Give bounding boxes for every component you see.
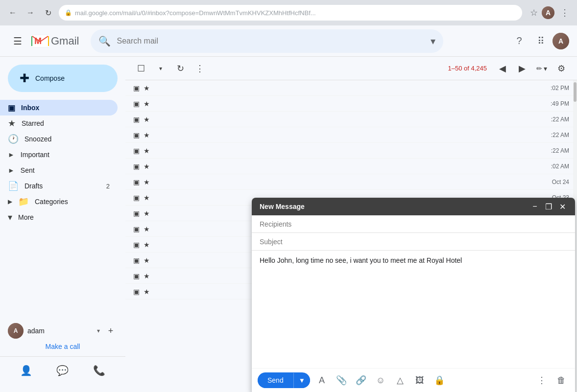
address-bar[interactable]: 🔒 mail.google.com/mail/u/0/#inbox?compos… xyxy=(59,5,522,21)
compose-body-text: Hello John, long time no see, i want you… xyxy=(260,256,462,264)
user-avatar[interactable]: A xyxy=(553,33,569,49)
search-icon: 🔍 xyxy=(98,35,111,47)
email-time: :22 AM xyxy=(551,116,569,123)
svg-rect-3 xyxy=(48,36,49,46)
compose-body[interactable]: Hello John, long time no see, i want you… xyxy=(252,251,575,368)
attach-button[interactable]: 📎 xyxy=(334,372,349,388)
compose-recipients-field[interactable] xyxy=(252,215,575,233)
compose-button[interactable]: ✚ Compose xyxy=(8,65,118,92)
compose-subject-input[interactable] xyxy=(260,238,567,246)
compose-minimize-button[interactable]: − xyxy=(530,202,540,211)
refresh-button[interactable]: ↻ xyxy=(172,61,188,76)
more-options-button[interactable]: ⋮ xyxy=(534,372,550,388)
email-time: :22 AM xyxy=(551,132,569,138)
table-row[interactable]: ▣ ★ Oct 24 xyxy=(125,174,577,190)
emoji-button[interactable]: ☺ xyxy=(373,372,388,388)
drafts-label: Drafts xyxy=(24,182,100,190)
svg-rect-2 xyxy=(31,36,32,46)
next-page-button[interactable]: ▶ xyxy=(514,61,530,76)
categories-label: Categories xyxy=(35,198,110,206)
table-row[interactable]: ▣ ★ :49 PM xyxy=(125,96,577,112)
delete-draft-button[interactable]: 🗑 xyxy=(553,372,569,388)
table-row[interactable]: ▣ ★ :02 AM xyxy=(125,159,577,174)
prev-page-button[interactable]: ◀ xyxy=(495,61,510,76)
url-text: mail.google.com/mail/u/0/#inbox?compose=… xyxy=(75,9,316,17)
sidebar-item-drafts[interactable]: 📄 Drafts 2 xyxy=(0,178,118,194)
more-actions-button[interactable]: ⋮ xyxy=(192,61,208,76)
help-button[interactable]: ? xyxy=(509,31,529,51)
categories-expand-icon: ▶ xyxy=(8,198,12,205)
settings-button[interactable]: ⚙ xyxy=(553,61,569,76)
sidebar-item-snoozed[interactable]: 🕐 Snoozed xyxy=(0,131,118,147)
meet-user-avatar: A xyxy=(8,323,24,339)
sidebar-item-categories[interactable]: ▶ 📁 Categories xyxy=(0,194,118,209)
apps-button[interactable]: ⠿ xyxy=(531,31,551,51)
important-label: Important xyxy=(21,151,110,159)
table-row[interactable]: ▣ ★ :02 PM xyxy=(125,80,577,96)
compose-label: Compose xyxy=(35,74,65,82)
pagination-text: 1–50 of 4,245 xyxy=(448,65,487,72)
chat-icon-button[interactable]: 💬 xyxy=(53,361,72,380)
meet-user: A adam ▾ + xyxy=(8,321,118,341)
browser-user-avatar[interactable]: A xyxy=(542,6,554,19)
sidebar-item-more[interactable]: ▾ More xyxy=(0,209,118,225)
photo-button[interactable]: 🖼 xyxy=(412,372,428,388)
search-dropdown-icon[interactable]: ▾ xyxy=(431,35,435,47)
reload-button[interactable]: ↻ xyxy=(41,6,55,20)
table-row[interactable]: ▣ ★ :22 AM xyxy=(125,112,577,127)
compose-subject-field[interactable] xyxy=(252,233,575,251)
compose-footer: Send ▼ A 📎 🔗 ☺ △ 🖼 🔒 ⋮ 🗑 xyxy=(252,368,575,392)
important-icon: ► xyxy=(8,151,15,159)
bookmark-icon[interactable]: ☆ xyxy=(530,7,538,18)
compose-plus-icon: ✚ xyxy=(20,71,29,85)
sidebar-item-starred[interactable]: ★ Starred xyxy=(0,115,118,131)
table-row[interactable]: ▣ ★ :22 AM xyxy=(125,143,577,159)
gmail-body: ✚ Compose ▣ Inbox ★ Starred 🕐 Snoozed ► … xyxy=(0,57,577,392)
phone-icon-button[interactable]: 📞 xyxy=(90,361,109,380)
compose-recipients-input[interactable] xyxy=(260,220,567,228)
categories-icon: 📁 xyxy=(18,196,29,207)
search-bar[interactable]: 🔍 ▾ xyxy=(91,29,443,53)
meet-dropdown-icon: ▾ xyxy=(97,327,100,334)
meet-section: A adam ▾ + Make a call xyxy=(0,317,125,356)
starred-icon: ★ xyxy=(8,118,16,129)
table-row[interactable]: ▣ ★ :22 AM xyxy=(125,127,577,143)
meet-user-name: adam xyxy=(27,327,93,335)
browser-chrome: ← → ↻ 🔒 mail.google.com/mail/u/0/#inbox?… xyxy=(0,0,577,25)
select-button[interactable]: ☐ xyxy=(133,61,149,76)
send-dropdown-button[interactable]: ▼ xyxy=(293,373,310,388)
starred-label: Starred xyxy=(22,119,110,127)
make-call-link[interactable]: Make a call xyxy=(8,341,118,352)
compose-title: New Message xyxy=(260,203,305,210)
meet-add-button[interactable]: + xyxy=(104,324,118,338)
email-time: :02 PM xyxy=(551,85,569,92)
gmail-logo: M Gmail xyxy=(31,32,79,50)
inbox-icon: ▣ xyxy=(8,103,15,113)
contacts-icon-button[interactable]: 👤 xyxy=(16,361,36,380)
compose-close-button[interactable]: ✕ xyxy=(557,202,567,211)
email-toolbar: ☐ ▾ ↻ ⋮ 1–50 of 4,245 ◀ ▶ ✏ ▾ ⚙ xyxy=(125,57,577,80)
hamburger-menu-button[interactable]: ☰ xyxy=(8,31,27,51)
more-chevron-icon: ▾ xyxy=(8,212,12,223)
compose-header[interactable]: New Message − ❐ ✕ xyxy=(252,198,575,215)
sidebar-item-sent[interactable]: ► Sent xyxy=(0,162,118,178)
compose-fullscreen-button[interactable]: ❐ xyxy=(544,202,553,211)
send-button[interactable]: Send xyxy=(258,372,293,388)
link-button[interactable]: 🔗 xyxy=(353,372,369,388)
email-time: :49 PM xyxy=(551,100,569,107)
scrollbar-thumb xyxy=(574,82,577,102)
forward-button[interactable]: → xyxy=(24,6,37,20)
sent-label: Sent xyxy=(21,166,110,174)
drive-button[interactable]: △ xyxy=(392,372,408,388)
browser-menu-icon[interactable]: ⋮ xyxy=(558,5,571,20)
edit-view-button[interactable]: ✏ ▾ xyxy=(534,61,550,76)
formatting-button[interactable]: A xyxy=(314,372,330,388)
email-time: :22 AM xyxy=(551,147,569,154)
email-list: ☐ ▾ ↻ ⋮ 1–50 of 4,245 ◀ ▶ ✏ ▾ ⚙ ▣ ★ :02 … xyxy=(125,57,577,392)
search-input[interactable] xyxy=(117,37,425,46)
back-button[interactable]: ← xyxy=(6,6,20,20)
sidebar-item-important[interactable]: ► Important xyxy=(0,147,118,162)
select-dropdown-button[interactable]: ▾ xyxy=(153,61,168,76)
lock-button[interactable]: 🔒 xyxy=(432,372,447,388)
sidebar-item-inbox[interactable]: ▣ Inbox xyxy=(0,100,118,115)
